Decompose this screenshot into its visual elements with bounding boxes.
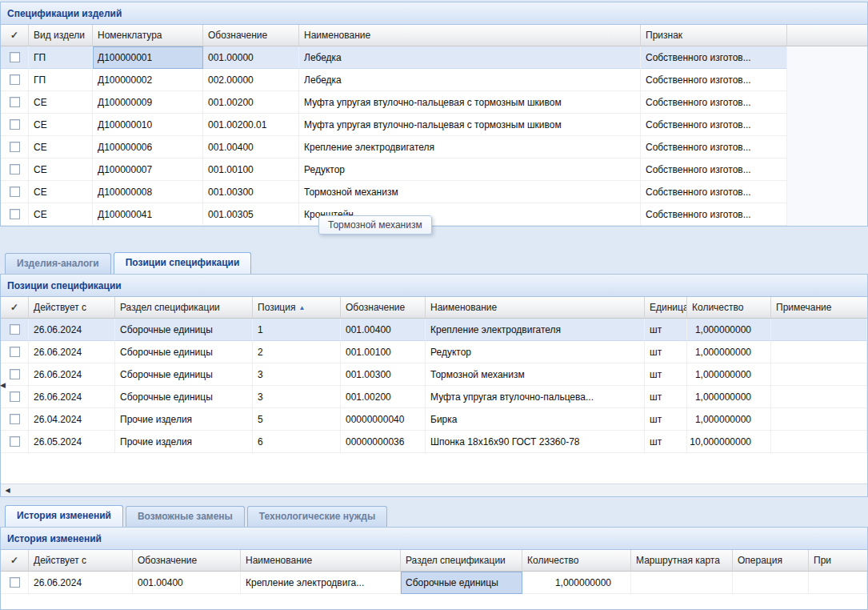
cell-product-type[interactable]: ГП xyxy=(29,69,93,91)
cell-nomenclature[interactable]: Д100000006 xyxy=(93,136,203,159)
cell-product-type[interactable]: СЕ xyxy=(29,91,93,114)
cell-nomenclature[interactable]: Д100000007 xyxy=(93,159,203,181)
tab-change-history[interactable]: История изменений xyxy=(5,505,123,527)
row-checkbox[interactable] xyxy=(10,164,20,175)
cell-product-type[interactable]: СЕ xyxy=(29,136,93,159)
table-row[interactable]: ГП Д100000002 002.00000 Лебедка Собствен… xyxy=(1,69,867,91)
tab-specification-positions[interactable]: Позиции спецификации xyxy=(114,252,252,274)
cell-attribute[interactable]: Собственного изготов... xyxy=(641,159,787,181)
cell-name[interactable]: Муфта упругая втулочно-пальцева... xyxy=(426,386,645,408)
cell-note[interactable] xyxy=(771,431,867,453)
scrollbar-track[interactable] xyxy=(14,484,867,496)
table-row[interactable]: 26.06.2024 Сборочные единицы 1 001.00400… xyxy=(1,319,867,341)
row-checkbox-cell[interactable] xyxy=(1,572,29,594)
cell-designation[interactable]: 001.00305 xyxy=(203,203,299,226)
cell-designation[interactable]: 001.00100 xyxy=(203,159,299,181)
cell-quantity[interactable]: 1,000000000 xyxy=(687,386,771,408)
cell-unit[interactable]: шт xyxy=(645,363,687,386)
cell-nomenclature[interactable]: Д100000002 xyxy=(93,69,203,91)
cell-unit[interactable]: шт xyxy=(645,408,687,431)
select-all-column-header[interactable]: ✓ xyxy=(1,25,29,46)
cell-spec-section[interactable]: Сборочные единицы xyxy=(115,341,253,363)
row-checkbox[interactable] xyxy=(10,142,20,152)
table-row[interactable]: СЕ Д100000006 001.00400 Крепление электр… xyxy=(1,136,867,159)
cell-quantity[interactable]: 1,000000000 xyxy=(522,572,631,594)
cell-quantity[interactable]: 1,000000000 xyxy=(687,341,771,363)
table-row[interactable]: 26.06.2024 Сборочные единицы 2 001.00100… xyxy=(1,341,867,363)
row-checkbox-cell[interactable] xyxy=(1,114,29,136)
cell-position[interactable]: 3 xyxy=(253,386,341,408)
column-header-route-map[interactable]: Маршрутная карта xyxy=(631,550,733,572)
cell-route-map[interactable] xyxy=(631,572,733,594)
row-checkbox-cell[interactable] xyxy=(1,203,29,226)
table-row[interactable]: СЕ Д100000008 001.00300 Тормозной механи… xyxy=(1,181,867,203)
cell-designation[interactable]: 001.00000 xyxy=(203,46,299,69)
cell-quantity[interactable]: 1,000000000 xyxy=(687,319,771,341)
row-checkbox-cell[interactable] xyxy=(1,159,29,181)
cell-product-type[interactable]: СЕ xyxy=(29,159,93,181)
cell-name[interactable]: Бирка xyxy=(426,408,645,431)
table-row[interactable]: СЕ Д100000007 001.00100 Редуктор Собстве… xyxy=(1,159,867,181)
cell-spec-section[interactable]: Сборочные единицы xyxy=(115,363,253,386)
cell-product-type[interactable]: СЕ xyxy=(29,181,93,203)
select-all-column-header[interactable]: ✓ xyxy=(1,297,29,319)
cell-quantity[interactable]: 10,000000000 xyxy=(687,431,771,453)
cell-name[interactable]: Муфта упругая втулочно-пальцевая с тормо… xyxy=(299,114,641,136)
cell-designation[interactable]: 001.00100 xyxy=(341,341,426,363)
row-checkbox-cell[interactable] xyxy=(1,136,29,159)
row-checkbox[interactable] xyxy=(10,391,20,402)
horizontal-scrollbar[interactable]: ◀ xyxy=(1,484,867,496)
column-header-designation[interactable]: Обозначение xyxy=(341,297,426,319)
cell-nomenclature[interactable]: Д100000010 xyxy=(93,114,203,136)
cell-unit[interactable]: шт xyxy=(645,319,687,341)
cell-position[interactable]: 2 xyxy=(253,341,341,363)
column-header-nomenclature[interactable]: Номенклатура xyxy=(93,25,203,46)
cell-designation[interactable]: 001.00400 xyxy=(341,319,426,341)
cell-unit[interactable]: шт xyxy=(645,341,687,363)
cell-nomenclature[interactable]: Д100000009 xyxy=(93,91,203,114)
cell-product-type[interactable]: ГП xyxy=(29,46,93,69)
row-checkbox-cell[interactable] xyxy=(1,181,29,203)
column-header-attribute[interactable]: Признак xyxy=(641,25,787,46)
cell-quantity[interactable]: 1,000000000 xyxy=(687,408,771,431)
cell-spec-section[interactable]: Сборочные единицы xyxy=(401,572,522,594)
cell-name[interactable]: Шпонка 18х16х90 ГОСТ 23360-78 xyxy=(426,431,645,453)
column-header-name[interactable]: Наименование xyxy=(241,550,401,572)
cell-nomenclature[interactable]: Д100000001 xyxy=(93,46,203,69)
cell-name[interactable]: Редуктор xyxy=(299,159,641,181)
cell-attribute[interactable]: Собственного изготов... xyxy=(641,114,787,136)
cell-attribute[interactable]: Собственного изготов... xyxy=(641,181,787,203)
table-row[interactable]: 26.04.2024 Прочие изделия 5 00000000040 … xyxy=(1,408,867,431)
select-all-column-header[interactable]: ✓ xyxy=(1,550,29,572)
cell-position[interactable]: 5 xyxy=(253,408,341,431)
column-header-operation[interactable]: Операция xyxy=(733,550,809,572)
cell-name[interactable]: Тормозной механизм xyxy=(299,181,641,203)
cell-effective-from[interactable]: 26.06.2024 xyxy=(29,572,133,594)
cell-nomenclature[interactable]: Д100000041 xyxy=(93,203,203,226)
cell-note[interactable] xyxy=(771,408,867,431)
cell-quantity[interactable]: 1,000000000 xyxy=(687,363,771,386)
row-checkbox[interactable] xyxy=(10,74,20,85)
cell-effective-from[interactable]: 26.04.2024 xyxy=(29,408,115,431)
cell-name[interactable]: Муфта упругая втулочно-пальцевая с тормо… xyxy=(299,91,641,114)
cell-note[interactable] xyxy=(771,319,867,341)
cell-name[interactable]: Крепление электродвигателя xyxy=(299,136,641,159)
row-checkbox-cell[interactable] xyxy=(1,91,29,114)
cell-attribute[interactable]: Собственного изготов... xyxy=(641,69,787,91)
cell-attribute[interactable]: Собственного изготов... xyxy=(641,91,787,114)
row-checkbox-cell[interactable] xyxy=(1,341,29,363)
row-checkbox[interactable] xyxy=(10,414,20,424)
column-header-spec-section[interactable]: Раздел спецификации xyxy=(401,550,522,572)
row-checkbox[interactable] xyxy=(10,324,20,335)
column-header-position[interactable]: Позиция ▲ xyxy=(253,297,341,319)
table-row[interactable]: СЕ Д100000041 001.00305 Кронштейн Собств… xyxy=(1,203,867,226)
cell-operation[interactable] xyxy=(733,572,809,594)
column-header-quantity[interactable]: Количество xyxy=(522,550,631,572)
table-row[interactable]: ГП Д100000001 001.00000 Лебедка Собствен… xyxy=(1,46,867,69)
cell-effective-from[interactable]: 26.06.2024 xyxy=(29,363,115,386)
column-header-effective-from[interactable]: Действует с xyxy=(29,297,115,319)
cell-name[interactable]: Лебедка xyxy=(299,69,641,91)
cell-designation[interactable]: 00000000036 xyxy=(341,431,426,453)
cell-attribute[interactable]: Собственного изготов... xyxy=(641,203,787,226)
column-header-product-type[interactable]: Вид издели xyxy=(29,25,93,46)
